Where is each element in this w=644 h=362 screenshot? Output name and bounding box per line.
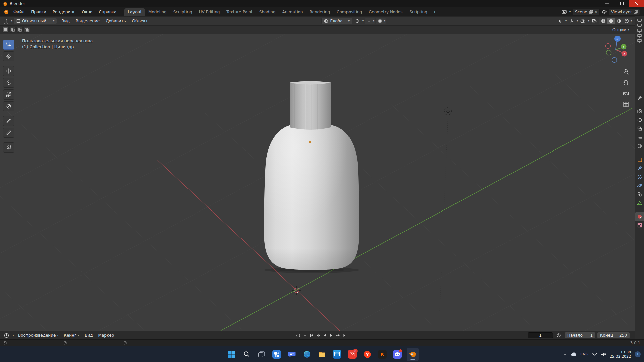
properties-tab-data[interactable] xyxy=(635,199,644,207)
menu-file[interactable]: Файл xyxy=(10,8,28,16)
shading-material-icon[interactable] xyxy=(615,18,623,24)
use-preview-range-icon[interactable] xyxy=(555,332,562,339)
timeline-marker-menu[interactable]: Маркер xyxy=(97,333,116,338)
current-frame-field[interactable]: 1 xyxy=(528,332,553,338)
timeline-editor-caret-icon[interactable]: ▾ xyxy=(13,334,14,337)
monitor-icon[interactable] xyxy=(636,28,644,33)
viewport-menu-view[interactable]: Вид xyxy=(58,17,72,25)
viewport-menu-add[interactable]: Добавить xyxy=(103,17,129,25)
shading-wireframe-icon[interactable] xyxy=(600,18,607,24)
tool-annotate[interactable] xyxy=(3,116,14,126)
task-view-button[interactable] xyxy=(256,348,268,361)
tab-uv-editing[interactable]: UV Editing xyxy=(196,8,223,16)
onedrive-cloud-icon[interactable] xyxy=(571,352,577,356)
shading-solid-icon[interactable] xyxy=(607,18,615,24)
viewlayer-selector[interactable]: ViewLayer xyxy=(609,9,640,15)
chat-button[interactable] xyxy=(286,348,298,361)
select-mode-new-icon[interactable] xyxy=(2,27,9,33)
snap-caret-icon[interactable]: ▾ xyxy=(373,20,374,22)
properties-tab-object[interactable] xyxy=(635,155,644,164)
frame-start-field[interactable]: Начало 1 xyxy=(565,332,595,338)
blender-app-button[interactable] xyxy=(407,348,419,361)
notification-count-badge[interactable]: 1 xyxy=(635,351,641,357)
pan-hand-icon[interactable] xyxy=(622,79,630,86)
overlays-toggle-icon[interactable] xyxy=(579,18,587,24)
select-mode-subtract-icon[interactable] xyxy=(16,27,23,33)
properties-tab-constraints[interactable] xyxy=(635,190,644,199)
auto-key-icon[interactable] xyxy=(295,333,301,338)
mode-selector[interactable]: Объектный ... ▾ xyxy=(14,18,57,24)
navigation-gizmo[interactable]: Z Y X xyxy=(601,35,631,64)
monitor-icon[interactable] xyxy=(636,23,644,28)
new-viewlayer-icon[interactable] xyxy=(634,10,638,14)
tab-modeling[interactable]: Modeling xyxy=(145,8,170,16)
tool-scale[interactable] xyxy=(3,89,14,100)
tool-options-dropdown[interactable]: Опции ▾ xyxy=(612,27,632,32)
tool-rotate[interactable] xyxy=(3,78,14,88)
widgets-button[interactable] xyxy=(271,348,283,361)
monitor-icon[interactable] xyxy=(636,38,644,43)
media-app-button[interactable]: К xyxy=(376,348,388,361)
snap-magnet-icon[interactable] xyxy=(365,18,373,24)
editor-type-caret-icon[interactable]: ▾ xyxy=(11,20,12,22)
scene-canvas[interactable] xyxy=(0,34,635,331)
proportional-editing-icon[interactable] xyxy=(376,18,384,24)
properties-tab-material[interactable] xyxy=(635,212,644,221)
browse-scene-icon[interactable] xyxy=(562,10,567,14)
tool-select-box[interactable] xyxy=(3,40,14,50)
tab-geometry-nodes[interactable]: Geometry Nodes xyxy=(365,8,406,16)
playback-menu[interactable]: Воспроизведение▾ xyxy=(17,333,60,338)
edge-browser-button[interactable] xyxy=(301,348,313,361)
gizmos-toggle-icon[interactable] xyxy=(568,18,575,24)
yandex-browser-button[interactable]: Y xyxy=(361,348,373,361)
editor-type-icon[interactable] xyxy=(2,18,10,24)
tab-scripting[interactable]: Scripting xyxy=(406,8,430,16)
proportional-caret-icon[interactable]: ▾ xyxy=(384,20,385,22)
viewlayer-browse-icon[interactable] xyxy=(602,10,607,14)
viewport-menu-select[interactable]: Выделение xyxy=(73,17,103,25)
tab-compositing[interactable]: Compositing xyxy=(333,8,365,16)
tab-rendering[interactable]: Rendering xyxy=(306,8,333,16)
select-visibility-caret-icon[interactable]: ▾ xyxy=(565,20,567,22)
tool-move[interactable] xyxy=(3,66,14,76)
viewport-menu-object[interactable]: Объект xyxy=(129,17,151,25)
xray-toggle-icon[interactable] xyxy=(591,18,598,24)
tab-sculpting[interactable]: Sculpting xyxy=(170,8,196,16)
select-mode-intersect-icon[interactable] xyxy=(23,27,30,33)
blender-menu-icon[interactable] xyxy=(3,9,10,15)
play-reverse-button[interactable] xyxy=(322,333,328,338)
timeline-view-menu[interactable]: Вид xyxy=(83,333,94,338)
yandex-mail-button[interactable]: 8 xyxy=(346,348,358,361)
jump-to-start-button[interactable] xyxy=(309,333,314,338)
play-button[interactable] xyxy=(329,333,334,338)
prev-keyframe-button[interactable] xyxy=(315,333,321,338)
start-button[interactable] xyxy=(225,348,237,361)
keying-menu[interactable]: Кеинг▾ xyxy=(62,333,80,338)
tool-add-cube[interactable] xyxy=(3,142,14,153)
scene-selector[interactable]: Scene ✕ xyxy=(573,9,600,15)
unlink-scene-icon[interactable]: ✕ xyxy=(595,10,597,14)
menu-window[interactable]: Окно xyxy=(79,8,96,16)
properties-tab-modifiers[interactable] xyxy=(635,164,644,173)
tool-cursor[interactable] xyxy=(3,51,14,61)
tab-animation[interactable]: Animation xyxy=(279,8,306,16)
properties-tab-texture[interactable] xyxy=(635,221,644,230)
light-object[interactable] xyxy=(440,108,452,312)
tool-transform[interactable] xyxy=(3,101,14,111)
properties-tab-render[interactable] xyxy=(635,107,644,116)
tab-layout[interactable]: Layout xyxy=(124,8,145,16)
shading-caret-icon[interactable]: ▾ xyxy=(631,20,632,22)
discord-button[interactable] xyxy=(391,348,404,361)
volume-icon[interactable] xyxy=(601,352,606,356)
ortho-toggle-icon[interactable] xyxy=(622,101,630,108)
overlays-caret-icon[interactable]: ▾ xyxy=(588,20,589,22)
file-explorer-button[interactable] xyxy=(316,348,328,361)
frame-end-field[interactable]: Конец 250 xyxy=(597,332,630,338)
gizmos-caret-icon[interactable]: ▾ xyxy=(577,20,578,22)
tab-shading[interactable]: Shading xyxy=(256,8,279,16)
new-scene-icon[interactable] xyxy=(589,10,593,14)
maximize-button[interactable] xyxy=(614,0,629,7)
jump-to-end-button[interactable] xyxy=(342,333,348,338)
pivot-caret-icon[interactable]: ▾ xyxy=(362,20,364,22)
monitor-icon[interactable] xyxy=(636,18,644,23)
